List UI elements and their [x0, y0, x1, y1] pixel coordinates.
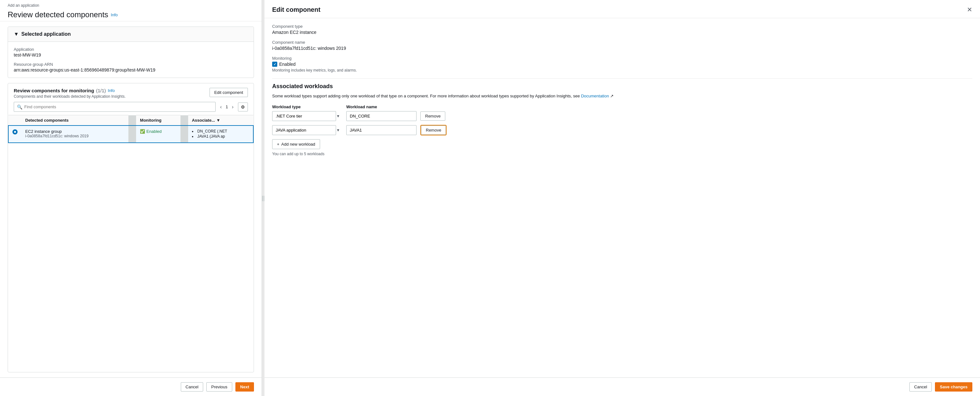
panel-resizer[interactable]: || — [262, 0, 264, 396]
workload-type-select-wrapper-2: .NET Core tier JAVA application SQL Serv… — [272, 125, 342, 135]
pagination-number: 1 — [226, 105, 228, 109]
monitoring-section-label: Monitoring — [272, 56, 972, 61]
pagination-prev-button[interactable]: ‹ — [218, 103, 224, 110]
save-changes-button[interactable]: Save changes — [935, 382, 972, 391]
review-count: (1/1) — [96, 88, 106, 93]
right-panel-title: Edit component — [272, 6, 320, 13]
selected-application-title: Selected application — [21, 31, 71, 37]
right-panel: Edit component ✕ Component type Amazon E… — [264, 0, 980, 396]
check-circle-icon: ✅ — [140, 129, 145, 134]
monitoring-status: ✅ Enabled — [140, 129, 176, 134]
list-item: DN_CORE (.NET — [192, 129, 249, 134]
add-icon: + — [277, 142, 280, 146]
cancel-button[interactable]: Cancel — [181, 382, 203, 391]
search-bar-row: 🔍 ‹ 1 › ⚙ — [8, 102, 254, 115]
row-workloads-cell: DN_CORE (.NET JAVA1 (JAVA ap — [188, 126, 253, 143]
info-link[interactable]: Info — [111, 13, 118, 17]
breadcrumb: Add an application — [8, 3, 254, 8]
workloads-list: DN_CORE (.NET JAVA1 (JAVA ap — [192, 129, 249, 138]
application-label: Application — [14, 47, 248, 52]
external-link-icon: ↗ — [610, 94, 614, 99]
bottom-actions: Cancel Previous Next — [0, 377, 262, 396]
workload-col-headers: Workload type Workload name — [272, 105, 972, 109]
review-title: Review components for monitoring (1/1) I… — [14, 88, 126, 93]
review-components-header: Review components for monitoring (1/1) I… — [8, 83, 254, 102]
monitoring-row: Enabled — [272, 62, 972, 67]
divider — [272, 78, 972, 79]
workload-name-input-1[interactable] — [346, 111, 417, 121]
resource-group-arn-label: Resource group ARN — [14, 62, 248, 67]
workload-type-select-2[interactable]: .NET Core tier JAVA application SQL Serv… — [272, 125, 336, 135]
row-divider-1 — [129, 126, 136, 143]
workload-row-2: .NET Core tier JAVA application SQL Serv… — [272, 125, 972, 135]
component-type-label: Component type — [272, 24, 972, 29]
search-wrapper: 🔍 — [14, 102, 216, 112]
workloads-description: Some workload types support adding only … — [272, 93, 972, 99]
divider-col-1 — [129, 115, 136, 126]
components-table: Detected components Monitoring Associate… — [8, 115, 254, 143]
associate-dropdown-icon: ▼ — [216, 118, 220, 122]
next-button[interactable]: Next — [235, 382, 254, 391]
page-title: Review detected components Info — [8, 10, 254, 19]
component-type-value: Amazon EC2 instance — [272, 30, 972, 35]
component-detail: i-0a0858a7fd11cd51c: windows 2019 — [25, 134, 124, 138]
row-monitoring-cell: ✅ Enabled — [136, 126, 180, 143]
add-workload-button[interactable]: + Add new workload — [272, 139, 320, 149]
monitoring-note: Monitoring includes key metrics, logs, a… — [272, 68, 972, 73]
review-info-link[interactable]: Info — [108, 88, 115, 93]
pagination-controls: ‹ 1 › — [218, 103, 235, 110]
monitoring-enabled-label: Enabled — [279, 62, 296, 67]
col-detected: Detected components — [21, 115, 129, 126]
selected-application-body: Application test-MW-W19 Resource group A… — [8, 42, 254, 78]
workload-type-select-1[interactable]: .NET Core tier JAVA application SQL Serv… — [272, 111, 336, 121]
workload-row-1: .NET Core tier JAVA application SQL Serv… — [272, 111, 972, 121]
left-panel: Add an application Review detected compo… — [0, 0, 262, 396]
workload-type-col-header: Workload type — [272, 105, 342, 109]
component-name: EC2 instance group — [25, 129, 124, 134]
pagination-next-button[interactable]: › — [230, 103, 235, 110]
workloads-limit-note: You can add up to 5 workloads — [272, 152, 972, 156]
review-header-left: Review components for monitoring (1/1) I… — [14, 88, 126, 99]
selected-application-card: ▼ Selected application Application test-… — [8, 27, 254, 78]
remove-workload-button-2[interactable]: Remove — [421, 126, 446, 135]
list-item: JAVA1 (JAVA ap — [192, 134, 249, 138]
search-icon: 🔍 — [17, 105, 22, 110]
settings-button[interactable]: ⚙ — [238, 102, 248, 111]
search-input[interactable] — [14, 102, 216, 112]
resource-group-arn-value: arn:aws:resource-groups:us-east-1:856960… — [14, 67, 248, 73]
component-name-value: i-0a0858a7fd11cd51c: windows 2019 — [272, 46, 972, 51]
review-subtitle: Components and their workloads detected … — [14, 94, 126, 99]
previous-button[interactable]: Previous — [206, 382, 232, 391]
selected-application-header: ▼ Selected application — [8, 27, 254, 42]
row-component-cell: EC2 instance group i-0a0858a7fd11cd51c: … — [21, 126, 129, 143]
application-value: test-MW-W19 — [14, 52, 248, 57]
close-button[interactable]: ✕ — [967, 6, 972, 13]
workload-name-col-header: Workload name — [346, 105, 417, 109]
divider-col-2 — [180, 115, 188, 126]
associated-workloads-title: Associated workloads — [272, 83, 972, 90]
row-radio-cell[interactable] — [8, 126, 21, 143]
right-cancel-button[interactable]: Cancel — [909, 382, 932, 391]
col-radio — [8, 115, 21, 126]
page-title-text: Review detected components — [8, 10, 108, 19]
monitoring-checkbox[interactable] — [272, 62, 277, 67]
table-row[interactable]: EC2 instance group i-0a0858a7fd11cd51c: … — [8, 126, 253, 143]
collapse-icon[interactable]: ▼ — [14, 31, 19, 37]
documentation-link[interactable]: Documentation — [581, 94, 609, 99]
right-panel-header: Edit component ✕ — [264, 0, 980, 18]
workload-type-select-wrapper-1: .NET Core tier JAVA application SQL Serv… — [272, 111, 342, 121]
col-monitoring: Monitoring — [136, 115, 180, 126]
right-panel-body: Component type Amazon EC2 instance Compo… — [264, 18, 980, 377]
radio-dot — [13, 129, 18, 134]
col-associate: Associate... ▼ — [188, 115, 253, 126]
edit-component-button[interactable]: Edit component — [210, 88, 248, 97]
row-divider-2 — [180, 126, 188, 143]
remove-workload-button-1[interactable]: Remove — [420, 111, 445, 121]
component-name-label: Component name — [272, 40, 972, 45]
remove-workload-button-2-wrapper: Remove — [420, 125, 447, 135]
review-title-text: Review components for monitoring — [14, 88, 94, 93]
monitoring-status-text: Enabled — [146, 129, 162, 134]
page-header: Add an application Review detected compo… — [0, 0, 262, 21]
workload-name-input-2[interactable] — [346, 125, 417, 135]
right-panel-footer: Cancel Save changes — [264, 377, 980, 396]
